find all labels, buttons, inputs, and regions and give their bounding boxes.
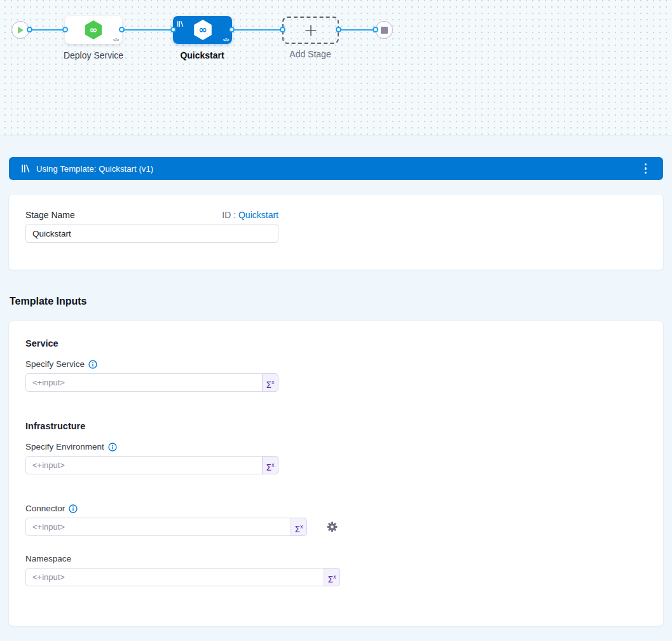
stage-name-input[interactable] bbox=[25, 224, 278, 243]
cd-hexagon-icon: ∞ bbox=[193, 19, 213, 41]
edge-dot bbox=[336, 27, 341, 32]
service-section-heading: Service bbox=[25, 338, 58, 348]
specify-environment-field: Σx bbox=[25, 456, 278, 474]
template-inputs-card: Service Specify Service Σx Infrastructur… bbox=[9, 321, 663, 626]
pipeline-canvas[interactable]: ∞ </> ∞ </> bbox=[0, 0, 672, 135]
specify-environment-label-row: Specify Environment bbox=[25, 442, 117, 451]
stage-node-deploy-service[interactable]: ∞ </> bbox=[65, 16, 122, 44]
code-icon: </> bbox=[223, 37, 229, 43]
svg-text:∞: ∞ bbox=[198, 24, 207, 36]
stage-id-label: ID : bbox=[222, 210, 236, 220]
namespace-label: Namespace bbox=[25, 554, 71, 563]
infrastructure-section-heading: Infrastructure bbox=[25, 421, 85, 431]
stage-node-quickstart[interactable]: ∞ </> bbox=[173, 16, 232, 44]
template-inputs-heading: Template Inputs bbox=[10, 296, 87, 307]
edge-quickstart-add bbox=[232, 29, 284, 31]
stage-name-label: Stage Name bbox=[25, 210, 75, 220]
node-label-add-stage: Add Stage bbox=[272, 49, 348, 59]
specify-service-label: Specify Service bbox=[25, 359, 85, 369]
edge-dot bbox=[229, 27, 235, 32]
edge-dot bbox=[170, 27, 176, 32]
edge-dot bbox=[62, 27, 68, 32]
connector-input[interactable] bbox=[25, 518, 291, 536]
kebab-menu-icon[interactable] bbox=[642, 161, 650, 177]
edge-dot bbox=[27, 27, 32, 32]
stage-id: ID : Quickstart bbox=[222, 210, 278, 220]
specify-environment-input[interactable] bbox=[25, 456, 263, 474]
namespace-label-row: Namespace bbox=[25, 554, 71, 563]
template-library-icon bbox=[21, 164, 30, 173]
info-icon[interactable] bbox=[69, 504, 78, 513]
plus-icon bbox=[305, 24, 317, 37]
edge-dot bbox=[119, 27, 125, 32]
connector-label-row: Connector bbox=[25, 504, 78, 513]
play-icon bbox=[17, 26, 24, 34]
runtime-input-button[interactable]: Σx bbox=[262, 456, 278, 474]
edge-deploy-quickstart bbox=[123, 29, 174, 31]
edge-dot bbox=[280, 27, 285, 32]
cd-hexagon-icon: ∞ bbox=[84, 20, 103, 40]
template-library-icon bbox=[177, 18, 184, 30]
runtime-input-button[interactable]: Σx bbox=[324, 568, 340, 586]
specify-service-label-row: Specify Service bbox=[25, 359, 97, 369]
connector-field: Σx bbox=[25, 518, 338, 536]
specify-service-input[interactable] bbox=[25, 373, 263, 392]
connector-label: Connector bbox=[25, 504, 65, 513]
add-stage-button[interactable] bbox=[282, 17, 339, 44]
gear-icon[interactable] bbox=[327, 521, 338, 532]
code-icon: </> bbox=[113, 37, 119, 43]
stage-id-link[interactable]: Quickstart bbox=[238, 210, 278, 220]
edge-dot bbox=[373, 27, 378, 32]
pipeline-stage-config-page: ∞ </> ∞ </> bbox=[0, 0, 672, 641]
svg-text:∞: ∞ bbox=[90, 24, 98, 36]
edge-start-deploy bbox=[30, 29, 67, 31]
stop-icon bbox=[381, 27, 388, 34]
info-icon[interactable] bbox=[108, 443, 117, 451]
edge-add-end bbox=[339, 29, 376, 31]
banner-text: Using Template: Quickstart (v1) bbox=[36, 164, 153, 174]
node-label-quickstart: Quickstart bbox=[164, 50, 240, 60]
runtime-input-button[interactable]: Σx bbox=[291, 518, 307, 536]
node-label-deploy-service: Deploy Service bbox=[55, 50, 132, 60]
using-template-banner[interactable]: Using Template: Quickstart (v1) bbox=[9, 157, 663, 180]
namespace-input[interactable] bbox=[25, 568, 324, 586]
specify-service-field: Σx bbox=[25, 373, 278, 392]
info-icon[interactable] bbox=[88, 360, 97, 369]
namespace-field: Σx bbox=[25, 568, 340, 586]
runtime-input-button[interactable]: Σx bbox=[262, 373, 278, 392]
specify-environment-label: Specify Environment bbox=[25, 442, 104, 451]
stage-name-card: Stage Name ID : Quickstart bbox=[9, 195, 663, 270]
